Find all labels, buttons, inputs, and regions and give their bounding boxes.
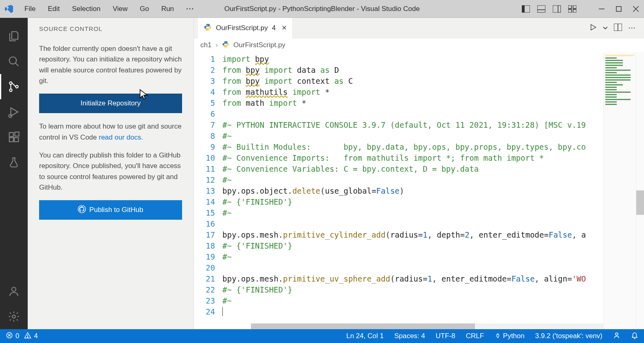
window-minimize-icon[interactable] xyxy=(597,4,607,14)
svg-rect-8 xyxy=(568,9,571,13)
github-icon xyxy=(78,205,86,215)
breadcrumb[interactable]: ch1 › OurFirstScript.py xyxy=(194,38,644,52)
breadcrumb-segment[interactable]: OurFirstScript.py xyxy=(233,41,286,49)
svg-point-26 xyxy=(12,315,15,318)
svg-marker-19 xyxy=(11,108,18,116)
status-eol[interactable]: CRLF xyxy=(466,332,484,340)
vertical-scrollbar[interactable] xyxy=(636,52,644,329)
menu-run[interactable]: Run xyxy=(156,2,180,15)
error-icon[interactable] xyxy=(6,332,13,341)
svg-rect-24 xyxy=(15,132,19,136)
menu-view[interactable]: View xyxy=(107,2,134,15)
publish-to-github-button[interactable]: Publish to GitHub xyxy=(39,200,182,220)
svg-rect-5 xyxy=(558,5,561,13)
svg-rect-23 xyxy=(14,138,18,142)
editor-area: OurFirstScript.py 4 ✕ ··· ch1 › OurFirst… xyxy=(194,18,644,329)
svg-rect-22 xyxy=(9,138,13,142)
menu-selection[interactable]: Selection xyxy=(66,2,106,15)
search-icon[interactable] xyxy=(0,49,28,74)
code-editor[interactable]: import bpyfrom bpy import data as Dfrom … xyxy=(222,52,603,329)
svg-point-36 xyxy=(615,333,618,335)
status-line-col[interactable]: Ln 24, Col 1 xyxy=(346,332,384,340)
svg-rect-7 xyxy=(573,5,576,9)
run-dropdown-icon[interactable] xyxy=(603,25,607,31)
svg-rect-2 xyxy=(537,5,545,13)
svg-point-14 xyxy=(9,57,17,64)
status-errors[interactable]: 0 xyxy=(15,332,19,340)
svg-rect-4 xyxy=(553,5,561,13)
status-language[interactable]: Python xyxy=(495,332,525,340)
tab-modified-count: 4 xyxy=(272,24,276,32)
source-control-panel: SOURCE CONTROL The folder currently open… xyxy=(28,18,194,329)
window-close-icon[interactable] xyxy=(631,4,641,14)
initialize-repository-button[interactable]: Initialize Repository xyxy=(39,94,182,113)
svg-rect-9 xyxy=(573,9,576,13)
status-encoding[interactable]: UTF-8 xyxy=(436,332,455,340)
toggle-panel-icon[interactable] xyxy=(536,4,546,14)
window-title: OurFirstScript.py - PythonScriptingBlend… xyxy=(224,5,420,13)
minimap[interactable] xyxy=(603,52,636,329)
svg-rect-6 xyxy=(568,5,571,9)
layout-controls xyxy=(521,4,577,14)
split-editor-icon[interactable] xyxy=(614,24,622,32)
editor-tab[interactable]: OurFirstScript.py 4 ✕ xyxy=(198,18,293,38)
menu-more[interactable]: ··· xyxy=(180,2,200,15)
menu-edit[interactable]: Edit xyxy=(42,2,65,15)
source-control-icon[interactable] xyxy=(0,74,28,99)
python-file-icon xyxy=(222,41,229,50)
svg-line-15 xyxy=(15,63,19,66)
chevron-right-icon: › xyxy=(215,41,218,49)
horizontal-scrollbar[interactable] xyxy=(251,323,603,329)
breadcrumb-segment[interactable]: ch1 xyxy=(200,41,211,49)
testing-icon[interactable] xyxy=(0,150,28,175)
activity-bar xyxy=(0,18,28,329)
python-file-icon xyxy=(204,23,212,33)
run-file-icon[interactable] xyxy=(589,24,597,32)
feedback-icon[interactable] xyxy=(613,332,620,341)
svg-rect-11 xyxy=(616,7,621,11)
explorer-icon[interactable] xyxy=(0,24,28,49)
warning-icon[interactable] xyxy=(24,332,31,341)
more-actions-icon[interactable]: ··· xyxy=(629,25,636,31)
title-bar: File Edit Selection View Go Run ··· OurF… xyxy=(0,0,644,18)
svg-rect-1 xyxy=(522,5,525,13)
status-warnings[interactable]: 4 xyxy=(34,332,37,340)
sidebar-info-text: The folder currently open doesn't have a… xyxy=(39,44,182,86)
menu-file[interactable]: File xyxy=(19,2,41,15)
sidebar-docs-text: To learn more about how to use git and s… xyxy=(39,121,182,143)
svg-rect-21 xyxy=(9,133,13,137)
window-maximize-icon[interactable] xyxy=(614,4,624,14)
svg-point-16 xyxy=(9,82,12,84)
status-spaces[interactable]: Spaces: 4 xyxy=(394,332,425,340)
customize-layout-icon[interactable] xyxy=(567,4,577,14)
svg-point-35 xyxy=(28,336,29,337)
menu-go[interactable]: Go xyxy=(134,2,155,15)
sidebar-github-text: You can directly publish this folder to … xyxy=(39,150,182,193)
toggle-secondary-sidebar-icon[interactable] xyxy=(552,4,562,14)
svg-marker-28 xyxy=(591,24,596,30)
status-bar: 0 4 Ln 24, Col 1 Spaces: 4 UTF-8 CRLF Py… xyxy=(0,329,644,343)
publish-github-label: Publish to GitHub xyxy=(89,206,143,214)
tab-close-icon[interactable]: ✕ xyxy=(281,24,287,32)
sidebar-title: SOURCE CONTROL xyxy=(39,25,182,32)
main-menu: File Edit Selection View Go Run ··· xyxy=(19,2,200,15)
settings-gear-icon[interactable] xyxy=(0,304,28,329)
svg-point-17 xyxy=(9,89,12,92)
run-debug-icon[interactable] xyxy=(0,99,28,125)
notifications-bell-icon[interactable] xyxy=(631,332,638,341)
status-interpreter[interactable]: 3.9.2 ('tospeak': venv) xyxy=(535,332,602,340)
svg-rect-3 xyxy=(537,10,545,13)
read-our-docs-link[interactable]: read our docs xyxy=(99,133,141,141)
svg-point-18 xyxy=(15,85,18,88)
toggle-primary-sidebar-icon[interactable] xyxy=(521,4,531,14)
extensions-icon[interactable] xyxy=(0,125,28,150)
vscode-logo-icon xyxy=(3,4,15,14)
tab-bar: OurFirstScript.py 4 ✕ ··· xyxy=(194,18,644,38)
svg-point-25 xyxy=(12,287,16,291)
tab-filename: OurFirstScript.py xyxy=(216,24,268,32)
line-number-gutter: 123456789101112131415161718192021222324 xyxy=(194,52,222,329)
accounts-icon[interactable] xyxy=(0,279,28,304)
